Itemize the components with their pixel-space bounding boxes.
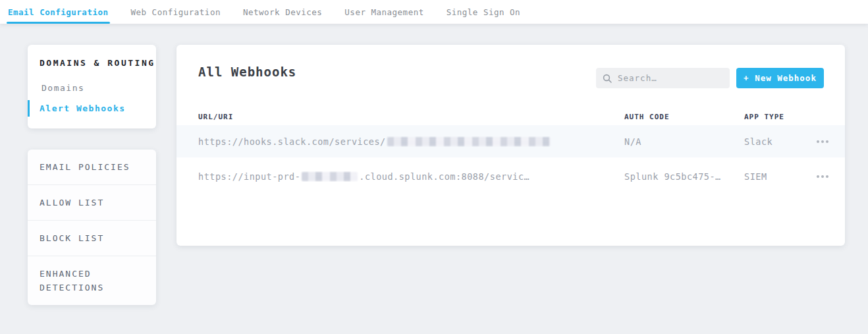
column-header-url-uri: URL/URI (198, 113, 624, 121)
column-header-app-type: APP TYPE (744, 113, 817, 121)
redacted-url-segment (302, 172, 358, 181)
table-header-row: URL/URI AUTH CODE APP TYPE (176, 108, 845, 125)
row-actions-ellipsis-icon[interactable] (817, 136, 834, 147)
search-box[interactable] (596, 68, 730, 88)
table-row-splunk-webhook[interactable]: https://input-prd-.cloud.splunk.com:8088… (176, 157, 845, 196)
webhook-url-prefix: https://input-prd- (198, 171, 300, 182)
sidebar-sections-card: EMAIL POLICIES ALLOW LIST BLOCK LIST ENH… (28, 150, 156, 305)
redacted-url-segment (387, 137, 551, 146)
row-actions-ellipsis-icon[interactable] (817, 171, 834, 182)
tab-web-configuration[interactable]: Web Configuration (130, 0, 222, 24)
auth-code-cell: Splunk 9c5bc475-… (624, 171, 744, 182)
sidebar-item-domains[interactable]: Domains (28, 80, 156, 96)
sidebar-item-block-list[interactable]: BLOCK LIST (28, 221, 156, 256)
sidebar-item-email-policies[interactable]: EMAIL POLICIES (28, 150, 156, 185)
webhook-url-suffix: .cloud.splunk.com:8088/servic… (359, 171, 529, 182)
domains-routing-card: DOMAINS & ROUTING Domains Alert Webhooks (28, 45, 156, 128)
table-row-slack-webhook[interactable]: https://hooks.slack.com/services/ N/A Sl… (176, 125, 845, 157)
auth-code-cell: N/A (624, 136, 744, 147)
tab-email-configuration[interactable]: Email Configuration (7, 0, 110, 24)
page: Email Configuration Web Configuration Ne… (0, 0, 868, 334)
tab-network-devices[interactable]: Network Devices (242, 0, 323, 24)
webhook-url-cell: https://input-prd-.cloud.splunk.com:8088… (198, 171, 624, 182)
tab-single-sign-on[interactable]: Single Sign On (445, 0, 522, 24)
app-type-cell: SIEM (744, 171, 817, 182)
search-icon (603, 74, 612, 83)
top-tab-bar: Email Configuration Web Configuration Ne… (0, 0, 868, 24)
all-webhooks-panel: All Webhooks + New Webhook URL/URI AUTH … (176, 45, 845, 246)
webhook-url-cell: https://hooks.slack.com/services/ (198, 136, 624, 147)
search-input[interactable] (618, 73, 723, 83)
sidebar-item-allow-list[interactable]: ALLOW LIST (28, 185, 156, 221)
column-header-auth-code: AUTH CODE (624, 113, 744, 121)
domains-routing-heading: DOMAINS & ROUTING (28, 58, 156, 68)
webhook-url-prefix: https://hooks.slack.com/services/ (198, 136, 386, 147)
webhooks-table: URL/URI AUTH CODE APP TYPE https://hooks… (176, 108, 845, 196)
page-title: All Webhooks (198, 65, 296, 79)
sidebar-item-alert-webhooks[interactable]: Alert Webhooks (28, 100, 156, 117)
new-webhook-button[interactable]: + New Webhook (736, 68, 824, 88)
sidebar-item-enhanced-detections[interactable]: ENHANCED DETECTIONS (28, 256, 156, 305)
app-type-cell: Slack (744, 136, 817, 147)
tab-user-management[interactable]: User Management (343, 0, 425, 24)
